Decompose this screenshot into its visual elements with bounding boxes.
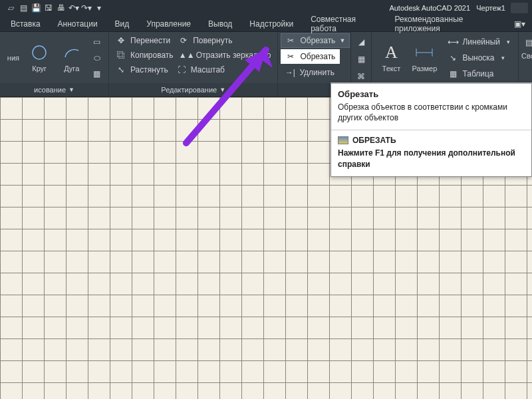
- circle-label: Круг: [32, 65, 47, 72]
- app-title: Autodesk AutoCAD 2021 Чертеж1: [389, 4, 505, 12]
- offset-button[interactable]: ⌘: [354, 69, 368, 84]
- linear-dim-button[interactable]: ⟷Линейный▾: [444, 35, 514, 49]
- qat-open-icon[interactable]: ▤: [18, 3, 29, 13]
- tab-view[interactable]: Вид: [107, 16, 138, 31]
- circle-icon: [30, 43, 49, 62]
- panel-draw: ния Круг Дуга ▭ ⬭ ▦ исование▼: [0, 32, 109, 96]
- mirror-button[interactable]: ▲▲Отразить зеркально: [178, 48, 275, 63]
- mirror-icon: ▲▲: [182, 50, 192, 61]
- tab-annotations[interactable]: Аннотации: [50, 16, 106, 31]
- properties-label: Свойства: [521, 52, 532, 60]
- ribbon-tabs: Вставка Аннотации Вид Управление Вывод Н…: [0, 16, 532, 32]
- tooltip-title: Обрезать: [331, 84, 531, 102]
- quick-access-toolbar: ▱ ▤ 💾 🖫 🖶 ↶▾ ↷▾ ▾: [5, 3, 104, 13]
- arc-icon: [63, 43, 81, 62]
- titlebar-search[interactable]: [511, 3, 528, 13]
- tab-manage[interactable]: Управление: [138, 16, 199, 31]
- tab-overflow-icon[interactable]: ▣▾: [510, 16, 529, 31]
- table-icon: ▦: [448, 68, 458, 79]
- tab-output[interactable]: Вывод: [200, 16, 240, 31]
- qat-undo-icon[interactable]: ↶▾: [68, 3, 79, 13]
- fillet-button[interactable]: ◢: [354, 35, 368, 49]
- panel-modify: ✥Перенести ⟳Повернуть ⿻Копировать ▲▲Отра…: [109, 32, 278, 96]
- rect-button[interactable]: ▭: [90, 35, 104, 49]
- scissors-icon: ✂: [285, 51, 296, 62]
- command-icon: [338, 136, 348, 144]
- copy-icon: ⿻: [116, 50, 126, 61]
- tab-featured-apps[interactable]: Рекомендованные приложения: [387, 16, 509, 31]
- panel-modify-title[interactable]: Редактирование▼: [109, 83, 277, 96]
- line-button[interactable]: ния: [4, 35, 23, 81]
- app-name: Autodesk AutoCAD 2021: [389, 4, 470, 12]
- panel-draw-title[interactable]: исование▼: [0, 83, 108, 96]
- linear-icon: ⟷: [448, 37, 458, 47]
- tab-insert[interactable]: Вставка: [3, 16, 49, 31]
- chevron-down-icon: ▼: [219, 86, 225, 93]
- leader-button[interactable]: ↘Выноска▾: [444, 51, 514, 65]
- dropdown-icon[interactable]: ▼: [339, 37, 345, 44]
- trim-button[interactable]: ✂ Обрезать ▼: [281, 33, 350, 48]
- dimension-icon: [415, 43, 434, 62]
- svg-point-0: [33, 46, 46, 59]
- layer-icon[interactable]: ▤: [521, 35, 532, 51]
- scale-icon: ⛶: [176, 65, 187, 75]
- qat-new-icon[interactable]: ▱: [5, 3, 16, 13]
- qat-print-icon[interactable]: 🖶: [56, 3, 66, 13]
- text-icon: A: [382, 43, 400, 62]
- circle-button[interactable]: Круг: [24, 35, 55, 81]
- move-icon: ✥: [116, 35, 126, 46]
- extend-button[interactable]: →| Удлинить: [281, 65, 338, 80]
- qat-redo-icon[interactable]: ↷▾: [81, 3, 92, 13]
- stretch-icon: ⤡: [116, 65, 126, 75]
- tooltip-help: Нажмите F1 для получения дополнительной …: [331, 146, 531, 176]
- trim-flyout-item[interactable]: ✂ Обрезать: [281, 49, 340, 64]
- chevron-down-icon: ▼: [68, 86, 74, 93]
- text-button[interactable]: A Текст: [376, 35, 406, 81]
- move-button[interactable]: ✥Перенести: [112, 33, 174, 48]
- qat-dropdown-icon[interactable]: ▾: [94, 3, 104, 13]
- table-button[interactable]: ▦Таблица: [444, 66, 514, 81]
- arc-button[interactable]: Дуга: [56, 35, 87, 81]
- extend-icon: →|: [285, 67, 295, 78]
- tooltip-command: ОБРЕЗАТЬ: [331, 130, 531, 146]
- scale-button[interactable]: ⛶Масштаб: [172, 63, 229, 77]
- tab-addins[interactable]: Надстройки: [241, 16, 301, 31]
- dimension-button[interactable]: Размер: [408, 35, 441, 81]
- array-button[interactable]: ▦: [354, 52, 368, 66]
- titlebar: ▱ ▤ 💾 🖫 🖶 ↶▾ ↷▾ ▾ Autodesk AutoCAD 2021 …: [0, 0, 532, 16]
- line-label: ния: [7, 54, 19, 62]
- stretch-button[interactable]: ⤡Растянуть: [112, 63, 172, 77]
- tooltip-description: Обрезка объектов в соответствии с кромка…: [331, 102, 531, 130]
- doc-name: Чертеж1: [476, 4, 505, 12]
- trim-icon: ✂: [285, 35, 296, 46]
- ellipse-button[interactable]: ⬭: [90, 51, 104, 65]
- rotate-icon: ⟳: [178, 35, 189, 46]
- tab-collaborate[interactable]: Совместная работа: [303, 16, 385, 31]
- tooltip-trim: Обрезать Обрезка объектов в соответствии…: [331, 82, 532, 177]
- hatch-button[interactable]: ▦: [90, 66, 104, 81]
- qat-save-icon[interactable]: 💾: [31, 3, 41, 13]
- copy-button[interactable]: ⿻Копировать: [112, 48, 178, 63]
- rotate-button[interactable]: ⟳Повернуть: [174, 33, 236, 48]
- qat-saveas-icon[interactable]: 🖫: [43, 3, 54, 13]
- arc-label: Дуга: [64, 65, 79, 72]
- leader-icon: ↘: [448, 53, 458, 63]
